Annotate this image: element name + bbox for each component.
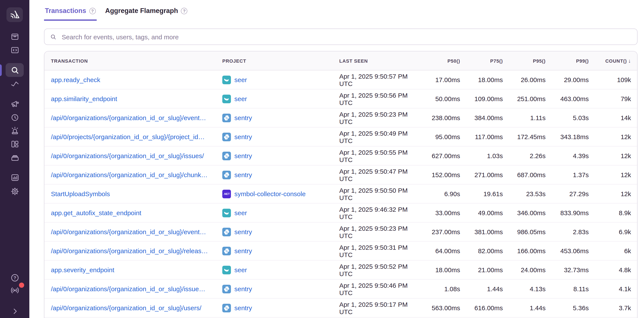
transaction-link[interactable]: /api/0/projects/{organization_id_or_slug… <box>51 133 204 140</box>
project-link[interactable]: seer <box>234 76 247 83</box>
sidebar-item-projects[interactable] <box>6 43 24 56</box>
project-link[interactable]: sentry <box>234 114 252 121</box>
count-value: 4.8k <box>589 266 637 273</box>
column-header-last-seen[interactable]: LAST SEEN <box>339 58 417 63</box>
project-link[interactable]: sentry <box>234 247 252 254</box>
p95-value: 2.26s <box>503 152 546 159</box>
transaction-link[interactable]: app.severity_endpoint <box>51 266 114 273</box>
column-header-project[interactable]: PROJECT <box>222 58 339 63</box>
transaction-link[interactable]: /api/0/organizations/{organization_id_or… <box>51 228 206 235</box>
table-row: /api/0/projects/{organization_id_or_slug… <box>44 127 637 146</box>
seer-platform-icon <box>222 265 231 274</box>
bar-chart-icon <box>10 172 20 182</box>
transaction-link[interactable]: /api/0/organizations/{organization_id_or… <box>51 247 208 254</box>
tab-help-icon[interactable]: ? <box>89 8 96 14</box>
project-link[interactable]: seer <box>234 266 247 273</box>
sidebar-item-help[interactable]: ? <box>6 271 24 284</box>
transaction-link[interactable]: app.get_autofix_state_endpoint <box>51 209 141 216</box>
p95-value: 1.44s <box>503 304 546 311</box>
trend-line-icon <box>10 78 20 88</box>
sidebar-item-explore[interactable] <box>6 63 24 77</box>
sidebar-item-settings[interactable] <box>6 184 24 197</box>
last-seen-value: Apr 1, 2025 9:50:55 PM UTC <box>339 148 417 163</box>
p95-value: 1.11s <box>503 114 546 121</box>
sidebar-item-alerts[interactable] <box>6 124 24 137</box>
last-seen-value: Apr 1, 2025 9:50:52 PM UTC <box>339 262 417 277</box>
p95-value: 172.45ms <box>503 133 546 140</box>
seer-platform-icon <box>222 75 231 84</box>
p50-value: 17.00ms <box>417 76 460 83</box>
project-link[interactable]: sentry <box>234 171 252 178</box>
count-value: 4.1k <box>589 285 637 292</box>
svg-text:?: ? <box>14 275 16 280</box>
project-link[interactable]: symbol-collector-console <box>234 190 306 197</box>
p95-value: 23.53s <box>503 190 546 197</box>
column-header-p99[interactable]: P99() <box>546 58 589 63</box>
transaction-link[interactable]: /api/0/organizations/{organization_id_or… <box>51 304 201 311</box>
transaction-link[interactable]: StartUploadSymbols <box>51 190 110 197</box>
sidebar-item-releases[interactable] <box>6 151 24 164</box>
sidebar-item-dashboards[interactable] <box>6 137 24 150</box>
p99-value: 8.11s <box>546 285 589 292</box>
sidebar: ? <box>0 0 29 318</box>
stacked-box-icon <box>10 152 20 162</box>
p50-value: 6.90s <box>417 190 460 197</box>
python-platform-icon <box>222 151 231 160</box>
project-link[interactable]: seer <box>234 209 247 216</box>
clock-history-icon <box>10 112 20 122</box>
transaction-link[interactable]: app.ready_check <box>51 76 100 83</box>
sentry-logo-icon <box>9 9 20 20</box>
sidebar-item-feedback[interactable] <box>6 97 24 110</box>
transaction-link[interactable]: /api/0/organizations/{organization_id_or… <box>51 152 204 159</box>
column-header-p75[interactable]: P75() <box>460 58 503 63</box>
project-link[interactable]: sentry <box>234 304 252 311</box>
search-bar[interactable] <box>44 29 638 45</box>
p75-value: 18.00ms <box>460 76 503 83</box>
siren-icon <box>10 126 20 135</box>
transaction-link[interactable]: /api/0/organizations/{organization_id_or… <box>51 285 206 292</box>
sidebar-item-issues[interactable] <box>6 30 24 43</box>
table-row: app.severity_endpoint seer Apr 1, 2025 9… <box>44 260 637 279</box>
broadcast-icon <box>10 285 20 295</box>
search-input[interactable] <box>61 33 632 41</box>
tab-help-icon[interactable]: ? <box>181 8 188 14</box>
count-value: 14k <box>589 114 637 121</box>
p75-value: 82.00ms <box>460 247 503 254</box>
last-seen-value: Apr 1, 2025 9:50:23 PM UTC <box>339 110 417 125</box>
last-seen-value: Apr 1, 2025 9:50:17 PM UTC <box>339 300 417 315</box>
column-header-p95[interactable]: P95() <box>503 58 546 63</box>
table-row: /api/0/organizations/{organization_id_or… <box>44 165 637 184</box>
last-seen-value: Apr 1, 2025 9:50:31 PM UTC <box>339 243 417 258</box>
count-value: 12k <box>589 152 637 159</box>
column-header-count[interactable]: COUNT() ↓ <box>589 58 637 64</box>
project-link[interactable]: sentry <box>234 228 252 235</box>
table-footer-spacer <box>44 317 637 318</box>
p95-value: 346.00ms <box>503 209 546 216</box>
active-nav-indicator <box>0 64 2 76</box>
count-value: 12k <box>589 190 637 197</box>
sidebar-item-replays[interactable] <box>6 111 24 124</box>
project-link[interactable]: sentry <box>234 133 252 140</box>
transaction-link[interactable]: app.similarity_endpoint <box>51 95 117 102</box>
column-header-transaction[interactable]: TRANSACTION <box>44 58 222 63</box>
p50-value: 95.00ms <box>417 133 460 140</box>
p50-value: 563.00ms <box>417 304 460 311</box>
project-link[interactable]: seer <box>234 95 247 102</box>
p99-value: 27.29s <box>546 190 589 197</box>
project-link[interactable]: sentry <box>234 285 252 292</box>
transaction-link[interactable]: /api/0/organizations/{organization_id_or… <box>51 114 206 121</box>
last-seen-value: Apr 1, 2025 9:50:49 PM UTC <box>339 129 417 144</box>
sidebar-collapse-button[interactable] <box>6 304 24 317</box>
project-link[interactable]: sentry <box>234 152 252 159</box>
sidebar-item-traces[interactable] <box>6 77 24 90</box>
tab-transactions[interactable]: Transactions ? <box>44 4 96 21</box>
sidebar-item-stats[interactable] <box>6 171 24 184</box>
p50-value: 33.00ms <box>417 209 460 216</box>
sentry-logo[interactable] <box>6 7 23 22</box>
p50-value: 1.08s <box>417 285 460 292</box>
transaction-link[interactable]: /api/0/organizations/{organization_id_or… <box>51 171 208 178</box>
sidebar-item-whats-new[interactable] <box>6 283 24 296</box>
p75-value: 1.03s <box>460 152 503 159</box>
column-header-p50[interactable]: P50() <box>417 58 460 63</box>
tab-aggregate-flamegraph[interactable]: Aggregate Flamegraph ? <box>104 4 188 21</box>
